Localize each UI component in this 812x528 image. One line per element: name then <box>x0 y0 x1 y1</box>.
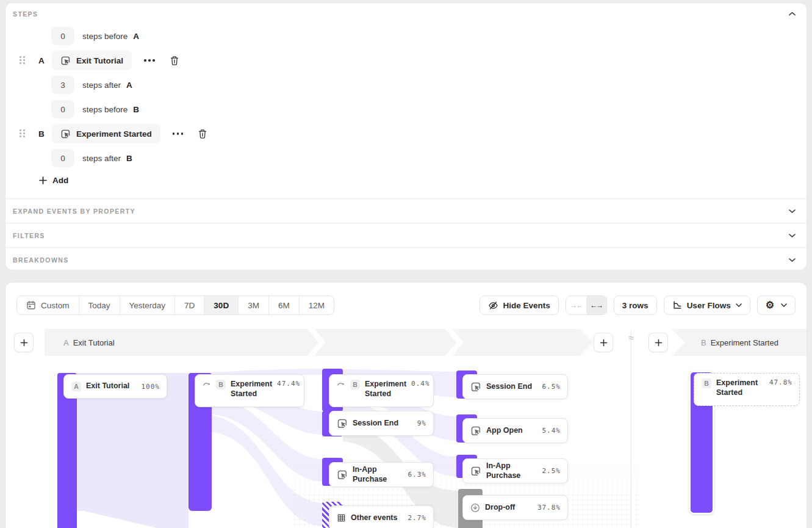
flow-node-card-experiment-started[interactable]: BExperiment Started47.8% <box>694 373 800 406</box>
node-percent: 47.8% <box>769 378 792 386</box>
plus-icon <box>39 176 47 184</box>
step-b-delete-trash-icon[interactable] <box>198 129 207 139</box>
node-name: Experiment Started <box>716 378 764 397</box>
flow-node-card-session-end[interactable]: Session End6.5% <box>462 374 568 399</box>
gap-row-step-ref: B <box>133 105 139 114</box>
flow-node-card-exit-tutorial[interactable]: AExit Tutorial100% <box>63 374 167 399</box>
node-percent: 47.4% <box>277 380 300 388</box>
step-a-letter: A <box>38 56 47 65</box>
flow-node-card-app-open[interactable]: App Open5.4% <box>462 418 568 443</box>
section-label: BREAKDOWNS <box>13 256 69 264</box>
step-a-more-options-icon[interactable] <box>142 57 157 64</box>
gap-row-label: steps before <box>82 105 128 114</box>
chevron-down-icon <box>789 233 796 237</box>
node-name: In-App Purchase <box>353 465 403 484</box>
steps-before-b-row: 0 steps before B <box>51 100 139 118</box>
node-name: Session End <box>486 382 532 392</box>
step-b-more-options-icon[interactable] <box>170 130 186 137</box>
node-name: Session End <box>353 419 398 429</box>
gap-row-label: steps after <box>82 154 121 163</box>
step-b-event-button[interactable]: Experiment Started <box>52 124 160 143</box>
gap-row-label: steps before <box>82 32 128 41</box>
grid-icon <box>337 513 346 523</box>
event-icon <box>60 129 71 139</box>
flow-node-card-in-app-purchase[interactable]: In-App Purchase6.3% <box>329 462 434 487</box>
drop-off-icon <box>470 503 480 513</box>
add-step-button[interactable]: Add <box>39 176 68 185</box>
flow-node-card-other-events[interactable]: Other events2.7% <box>329 505 434 528</box>
step-badge: B <box>216 380 226 389</box>
event-icon <box>337 469 348 480</box>
drag-handle-icon[interactable] <box>20 129 26 138</box>
flow-node-card-in-app-purchase[interactable]: In-App Purchase2.5% <box>462 458 568 483</box>
section-label: FILTERS <box>13 232 45 239</box>
event-icon <box>60 56 71 66</box>
flow-node-card-drop-off[interactable]: Drop-off37.8% <box>462 495 568 520</box>
node-name: Exit Tutorial <box>86 382 129 391</box>
node-percent: 2.5% <box>542 467 561 475</box>
continue-arrow-icon <box>337 380 345 388</box>
node-name: App Open <box>486 426 523 436</box>
steps-before-a-input[interactable]: 0 <box>51 27 74 45</box>
node-percent: 6.5% <box>542 383 561 391</box>
flow-node-card-experiment-started[interactable]: BExperiment Started0.4% <box>329 374 434 407</box>
event-icon <box>470 382 481 392</box>
steps-after-b-row: 0 steps after B <box>51 149 132 167</box>
step-badge: A <box>71 382 81 391</box>
node-name: Drop-off <box>485 503 515 513</box>
node-percent: 100% <box>142 383 160 391</box>
step-badge: B <box>702 378 711 388</box>
gap-row-step-ref: B <box>126 154 132 163</box>
gap-row-label: steps after <box>82 81 121 90</box>
node-percent: 9% <box>417 419 426 427</box>
chevron-down-icon <box>789 258 796 262</box>
node-name: Experiment Started <box>231 380 272 399</box>
flow-node-card-session-end[interactable]: Session End9% <box>329 411 434 436</box>
section-breakdowns[interactable]: BREAKDOWNS <box>5 247 807 272</box>
node-name: In-App Purchase <box>486 461 537 480</box>
steps-after-a-input[interactable]: 3 <box>51 76 74 94</box>
steps-before-b-input[interactable]: 0 <box>51 100 74 118</box>
step-badge: B <box>350 380 360 389</box>
node-name: Experiment Started <box>365 380 406 399</box>
section-filters[interactable]: FILTERS <box>5 223 807 247</box>
chevron-down-icon <box>789 209 796 213</box>
steps-panel: STEPS 0 steps before A A Exit Tutorial <box>5 2 807 270</box>
event-icon <box>470 466 481 477</box>
approx-gap-symbol: ≈ <box>625 333 638 344</box>
continue-arrow-icon <box>203 380 211 388</box>
section-expand-events-by-property[interactable]: EXPAND EVENTS BY PROPERTY <box>5 198 807 223</box>
node-percent: 0.4% <box>411 380 430 388</box>
node-name: Other events <box>351 513 397 523</box>
node-percent: 2.7% <box>408 514 427 522</box>
step-b-row: B Experiment Started <box>20 124 207 143</box>
step-a-event-name: Exit Tutorial <box>76 56 123 65</box>
steps-panel-title: STEPS <box>13 10 38 18</box>
gap-row-step-ref: A <box>133 32 139 41</box>
node-percent: 5.4% <box>542 427 561 435</box>
section-label: EXPAND EVENTS BY PROPERTY <box>13 208 135 215</box>
node-percent: 37.8% <box>537 504 561 512</box>
drag-handle-icon[interactable] <box>20 56 26 65</box>
steps-before-a-row: 0 steps before A <box>51 27 139 45</box>
add-step-label: Add <box>52 176 68 185</box>
step-a-delete-trash-icon[interactable] <box>170 56 179 66</box>
event-icon <box>470 425 481 436</box>
steps-after-b-input[interactable]: 0 <box>51 149 74 167</box>
gap-row-step-ref: A <box>126 81 132 90</box>
step-b-event-name: Experiment Started <box>76 129 152 139</box>
step-a-row: A Exit Tutorial <box>20 51 179 70</box>
node-percent: 6.3% <box>408 471 427 479</box>
flow-body: AExit Tutorial100%BExperiment Started47.… <box>5 283 807 528</box>
step-b-letter: B <box>38 129 47 139</box>
event-icon <box>337 418 348 429</box>
flows-chart-panel: CustomTodayYesterday7D30D3M6M12M Hide Ev… <box>5 282 807 528</box>
steps-after-a-row: 3 steps after A <box>51 76 132 94</box>
flow-node-card-experiment-started[interactable]: BExperiment Started47.4% <box>195 374 304 407</box>
step-a-event-button[interactable]: Exit Tutorial <box>52 51 132 70</box>
collapse-steps-chevron-up-icon[interactable] <box>789 12 796 16</box>
